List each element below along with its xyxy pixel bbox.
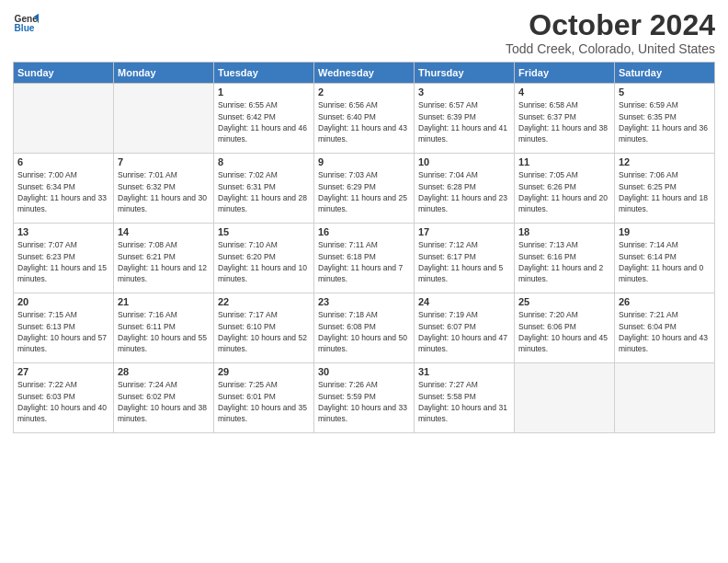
calendar-cell: 25Sunrise: 7:20 AMSunset: 6:06 PMDayligh… [515,293,615,363]
sunset-text: Sunset: 6:14 PM [619,252,677,261]
day-info: Sunrise: 6:56 AMSunset: 6:40 PMDaylight:… [318,99,410,144]
calendar-cell: 6Sunrise: 7:00 AMSunset: 6:34 PMDaylight… [14,154,114,224]
calendar-cell: 30Sunrise: 7:26 AMSunset: 5:59 PMDayligh… [314,363,415,433]
logo: General Blue [13,9,40,35]
day-number: 11 [518,156,610,167]
calendar-cell: 21Sunrise: 7:16 AMSunset: 6:11 PMDayligh… [114,293,214,363]
calendar-table: Sunday Monday Tuesday Wednesday Thursday… [13,62,715,433]
sunset-text: Sunset: 6:42 PM [218,112,276,121]
daylight-text: Daylight: 11 hours and 18 minutes. [619,193,708,213]
sunset-text: Sunset: 5:59 PM [318,392,376,401]
day-info: Sunrise: 7:22 AMSunset: 6:03 PMDaylight:… [17,379,109,424]
daylight-text: Daylight: 11 hours and 46 minutes. [218,123,307,144]
calendar-cell: 27Sunrise: 7:22 AMSunset: 6:03 PMDayligh… [14,363,114,433]
month-title: October 2024 [506,9,715,41]
calendar-cell: 15Sunrise: 7:10 AMSunset: 6:20 PMDayligh… [214,224,314,293]
calendar-cell: 12Sunrise: 7:06 AMSunset: 6:25 PMDayligh… [615,154,715,224]
col-saturday: Saturday [615,63,715,84]
day-number: 23 [318,296,410,307]
sunrise-text: Sunrise: 7:17 AM [218,310,278,319]
day-info: Sunrise: 7:27 AMSunset: 5:58 PMDaylight:… [418,379,510,424]
sunset-text: Sunset: 6:37 PM [518,112,576,121]
calendar-cell: 24Sunrise: 7:19 AMSunset: 6:07 PMDayligh… [415,293,515,363]
sunrise-text: Sunrise: 7:07 AM [17,240,77,249]
daylight-text: Daylight: 10 hours and 47 minutes. [418,333,507,353]
day-info: Sunrise: 7:10 AMSunset: 6:20 PMDaylight:… [218,239,310,284]
title-block: October 2024 Todd Creek, Colorado, Unite… [506,9,715,56]
calendar-cell: 17Sunrise: 7:12 AMSunset: 6:17 PMDayligh… [415,224,515,293]
day-info: Sunrise: 7:07 AMSunset: 6:23 PMDaylight:… [17,239,109,284]
page: General Blue October 2024 Todd Creek, Co… [0,0,728,563]
day-number: 28 [118,366,210,377]
daylight-text: Daylight: 11 hours and 0 minutes. [619,263,703,283]
calendar-cell [515,363,615,433]
sunrise-text: Sunrise: 7:10 AM [218,240,278,249]
daylight-text: Daylight: 11 hours and 25 minutes. [318,193,407,213]
sunrise-text: Sunrise: 7:03 AM [318,170,378,179]
day-info: Sunrise: 7:05 AMSunset: 6:26 PMDaylight:… [518,169,610,214]
calendar-cell: 8Sunrise: 7:02 AMSunset: 6:31 PMDaylight… [214,154,314,224]
sunrise-text: Sunrise: 7:06 AM [619,170,678,179]
day-number: 26 [619,296,711,307]
day-number: 25 [518,296,610,307]
day-info: Sunrise: 7:13 AMSunset: 6:16 PMDaylight:… [518,239,610,284]
daylight-text: Daylight: 11 hours and 20 minutes. [518,193,608,213]
sunset-text: Sunset: 6:40 PM [318,112,376,121]
calendar-cell: 3Sunrise: 6:57 AMSunset: 6:39 PMDaylight… [415,84,515,154]
day-info: Sunrise: 6:59 AMSunset: 6:35 PMDaylight:… [619,99,711,144]
col-friday: Friday [515,63,615,84]
sunset-text: Sunset: 6:39 PM [418,112,476,121]
day-number: 19 [619,226,711,237]
daylight-text: Daylight: 11 hours and 36 minutes. [619,123,708,144]
logo-icon: General Blue [13,9,39,35]
daylight-text: Daylight: 11 hours and 43 minutes. [318,123,407,144]
sunrise-text: Sunrise: 6:56 AM [318,100,378,109]
sunrise-text: Sunrise: 7:11 AM [318,240,378,249]
sunset-text: Sunset: 6:01 PM [218,392,276,401]
calendar-cell: 22Sunrise: 7:17 AMSunset: 6:10 PMDayligh… [214,293,314,363]
sunrise-text: Sunrise: 7:27 AM [418,380,478,389]
sunset-text: Sunset: 6:34 PM [17,182,75,191]
daylight-text: Daylight: 11 hours and 33 minutes. [17,193,107,213]
calendar-cell: 26Sunrise: 7:21 AMSunset: 6:04 PMDayligh… [615,293,715,363]
day-number: 13 [17,226,109,237]
day-info: Sunrise: 7:18 AMSunset: 6:08 PMDaylight:… [318,309,410,354]
calendar-cell [114,84,214,154]
header: General Blue October 2024 Todd Creek, Co… [13,9,715,56]
svg-text:Blue: Blue [15,23,35,33]
sunrise-text: Sunrise: 7:15 AM [17,310,77,319]
calendar-cell: 5Sunrise: 6:59 AMSunset: 6:35 PMDaylight… [615,84,715,154]
day-info: Sunrise: 7:25 AMSunset: 6:01 PMDaylight:… [218,379,310,424]
col-wednesday: Wednesday [314,63,415,84]
sunrise-text: Sunrise: 7:04 AM [418,170,478,179]
day-number: 29 [218,366,310,377]
day-info: Sunrise: 7:17 AMSunset: 6:10 PMDaylight:… [218,309,310,354]
calendar-cell: 19Sunrise: 7:14 AMSunset: 6:14 PMDayligh… [615,224,715,293]
day-info: Sunrise: 7:08 AMSunset: 6:21 PMDaylight:… [118,239,210,284]
sunrise-text: Sunrise: 7:02 AM [218,170,278,179]
daylight-text: Daylight: 11 hours and 30 minutes. [118,193,207,213]
day-info: Sunrise: 7:01 AMSunset: 6:32 PMDaylight:… [118,169,210,214]
sunrise-text: Sunrise: 7:05 AM [518,170,578,179]
sunrise-text: Sunrise: 7:18 AM [318,310,378,319]
sunset-text: Sunset: 6:25 PM [619,182,677,191]
sunrise-text: Sunrise: 7:24 AM [118,380,177,389]
sunset-text: Sunset: 6:26 PM [518,182,576,191]
day-number: 14 [118,226,210,237]
col-monday: Monday [114,63,214,84]
day-info: Sunrise: 6:58 AMSunset: 6:37 PMDaylight:… [518,99,610,144]
day-number: 24 [418,296,510,307]
sunrise-text: Sunrise: 6:55 AM [218,100,278,109]
sunrise-text: Sunrise: 7:20 AM [518,310,578,319]
calendar-cell [615,363,715,433]
daylight-text: Daylight: 10 hours and 40 minutes. [17,403,107,423]
day-info: Sunrise: 6:57 AMSunset: 6:39 PMDaylight:… [418,99,510,144]
daylight-text: Daylight: 11 hours and 15 minutes. [17,263,107,283]
daylight-text: Daylight: 10 hours and 38 minutes. [118,403,207,423]
calendar-cell: 28Sunrise: 7:24 AMSunset: 6:02 PMDayligh… [114,363,214,433]
calendar-cell: 29Sunrise: 7:25 AMSunset: 6:01 PMDayligh… [214,363,314,433]
calendar-week-2: 6Sunrise: 7:00 AMSunset: 6:34 PMDaylight… [14,154,715,224]
sunset-text: Sunset: 6:06 PM [518,322,576,331]
header-row: Sunday Monday Tuesday Wednesday Thursday… [14,63,715,84]
calendar-cell: 31Sunrise: 7:27 AMSunset: 5:58 PMDayligh… [415,363,515,433]
